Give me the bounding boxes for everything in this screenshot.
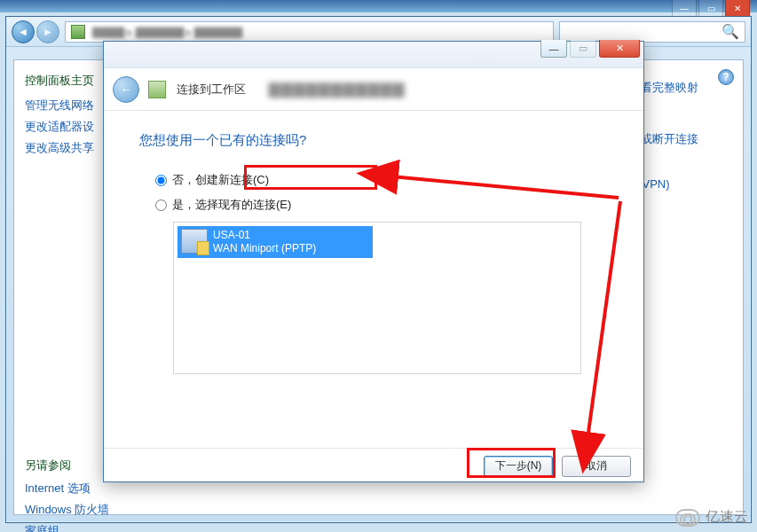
wizard-subtitle-blurred: ▇▇▇▇▇▇▇▇▇▇▇ [269, 81, 406, 98]
back-button[interactable]: ◄ [12, 20, 35, 43]
radio-create-new-input[interactable] [155, 175, 167, 186]
radio-use-existing-label: 是，选择现有的连接(E) [172, 197, 291, 213]
watermark-text: 亿速云 [706, 508, 748, 527]
breadcrumb: ▇▇▇▇ ▸ ▇▇▇▇▇▇ ▸ ▇▇▇▇▇▇ [92, 26, 242, 38]
radio-use-existing-input[interactable] [155, 200, 167, 211]
watermark-icon [675, 509, 700, 527]
radio-use-existing[interactable]: 是，选择现有的连接(E) [155, 197, 608, 213]
parent-maximize-button[interactable]: ▭ [698, 0, 723, 18]
see-also-homegroup[interactable]: 家庭组 [25, 523, 146, 532]
dialog-header: ← 连接到工作区 ▇▇▇▇▇▇▇▇▇▇▇ [104, 68, 643, 111]
wizard-icon [148, 81, 166, 98]
wizard-question: 您想使用一个已有的连接吗? [139, 132, 608, 149]
radio-create-new-label: 否，创建新连接(C) [172, 172, 269, 188]
search-icon: 🔍 [722, 23, 739, 40]
radio-create-new[interactable]: 否，创建新连接(C) [155, 172, 608, 188]
cancel-button-label: 取消 [586, 458, 607, 473]
connection-type: WAN Miniport (PPTP) [213, 242, 316, 255]
existing-connections-list[interactable]: USA-01 WAN Miniport (PPTP) [173, 222, 581, 374]
see-also-firewall[interactable]: Windows 防火墙 [25, 502, 146, 518]
parent-window-frame [0, 0, 757, 12]
location-icon [71, 25, 85, 39]
address-bar[interactable]: ▇▇▇▇ ▸ ▇▇▇▇▇▇ ▸ ▇▇▇▇▇▇ [65, 21, 554, 43]
search-input[interactable]: 🔍 [559, 21, 745, 43]
dialog-footer: 下一步(N) 取消 [104, 448, 643, 483]
cancel-button[interactable]: 取消 [562, 456, 631, 477]
dialog-titlebar[interactable]: — ▭ ✕ [104, 42, 643, 68]
parent-minimize-button[interactable]: — [672, 0, 697, 18]
wizard-title: 连接到工作区 [177, 82, 246, 98]
next-button-label: 下一步(N) [495, 458, 542, 473]
dialog-body: 您想使用一个已有的连接吗? 否，创建新连接(C) 是，选择现有的连接(E) US… [104, 111, 643, 448]
dialog-maximize-button: ▭ [570, 40, 596, 58]
connect-workplace-dialog: — ▭ ✕ ← 连接到工作区 ▇▇▇▇▇▇▇▇▇▇▇ 您想使用一个已有的连接吗?… [103, 41, 644, 482]
dialog-minimize-button[interactable]: — [540, 40, 567, 58]
parent-window-controls: — ▭ ✕ [672, 0, 750, 18]
watermark: 亿速云 [675, 508, 748, 527]
dialog-close-button[interactable]: ✕ [599, 40, 640, 58]
next-button[interactable]: 下一步(N) [484, 456, 553, 477]
wizard-back-button[interactable]: ← [113, 76, 139, 103]
connection-icon [181, 229, 208, 254]
connection-item[interactable]: USA-01 WAN Miniport (PPTP) [177, 226, 373, 258]
parent-close-button[interactable]: ✕ [725, 0, 750, 18]
connection-name: USA-01 [213, 229, 316, 242]
forward-button[interactable]: ► [36, 20, 59, 43]
